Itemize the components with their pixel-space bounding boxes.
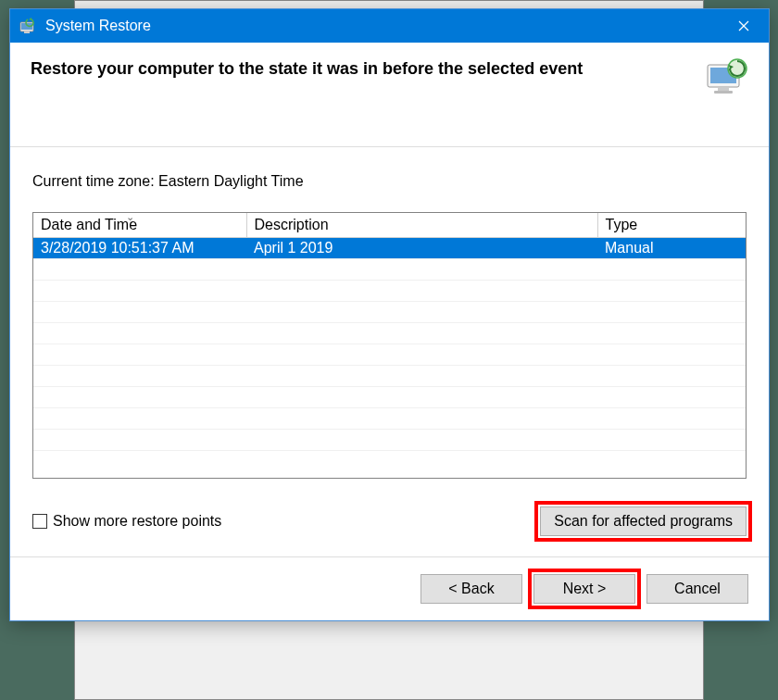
- svg-rect-7: [718, 87, 729, 91]
- svg-rect-2: [24, 31, 30, 33]
- table-row: [33, 259, 746, 281]
- table-row: [33, 323, 746, 344]
- cell-date: 3/28/2019 10:51:37 AM: [33, 238, 246, 259]
- table-row[interactable]: 3/28/2019 10:51:37 AM April 1 2019 Manua…: [33, 238, 746, 259]
- window-title: System Restore: [45, 18, 722, 34]
- wizard-footer: < Back Next > Cancel: [10, 556, 769, 620]
- show-more-checkbox[interactable]: Show more restore points: [32, 513, 221, 530]
- table-row: [33, 366, 746, 387]
- close-icon: [738, 20, 749, 31]
- checkbox-icon: [32, 514, 47, 529]
- titlebar: System Restore: [10, 9, 769, 43]
- body-area: Current time zone: Eastern Daylight Time…: [10, 147, 769, 556]
- restore-monitor-icon: [704, 56, 748, 100]
- page-heading: Restore your computer to the state it wa…: [31, 56, 704, 79]
- below-table-row: Show more restore points Scan for affect…: [32, 506, 747, 536]
- cell-desc: April 1 2019: [246, 238, 597, 259]
- restore-points-table[interactable]: Date and Time ⌄ Description Type 3/28/20…: [32, 212, 747, 479]
- timezone-label: Current time zone: Eastern Daylight Time: [32, 173, 747, 190]
- table-header-row: Date and Time ⌄ Description Type: [33, 213, 746, 238]
- table-row: [33, 281, 746, 302]
- column-header-type[interactable]: Type: [597, 213, 746, 238]
- system-restore-window: System Restore Restore your computer to …: [9, 8, 770, 621]
- table-row: [33, 344, 746, 366]
- content-area: Restore your computer to the state it wa…: [10, 43, 769, 620]
- cell-type: Manual: [597, 238, 746, 259]
- cancel-button[interactable]: Cancel: [646, 574, 748, 604]
- column-header-date[interactable]: Date and Time ⌄: [33, 213, 246, 238]
- back-button[interactable]: < Back: [420, 574, 522, 604]
- table-row: [33, 408, 746, 430]
- next-button[interactable]: Next >: [533, 574, 635, 604]
- table-row: [33, 302, 746, 323]
- header-area: Restore your computer to the state it wa…: [10, 43, 769, 147]
- show-more-label: Show more restore points: [53, 513, 221, 530]
- sort-caret-icon: ⌄: [126, 212, 134, 223]
- close-button[interactable]: [722, 9, 765, 43]
- svg-rect-8: [714, 91, 733, 94]
- column-header-date-label: Date and Time: [41, 217, 137, 232]
- system-restore-icon: [18, 16, 38, 36]
- scan-affected-button[interactable]: Scan for affected programs: [540, 506, 747, 536]
- column-header-description[interactable]: Description: [246, 213, 597, 238]
- table-row: [33, 387, 746, 408]
- table-row: [33, 430, 746, 451]
